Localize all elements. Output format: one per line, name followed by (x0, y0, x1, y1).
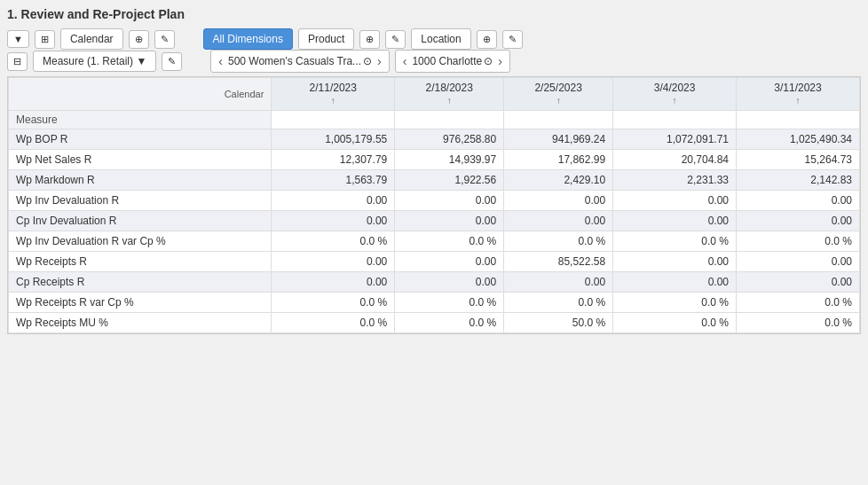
product-target-icon[interactable]: ⊙ (363, 55, 372, 67)
cell-r0-c2[interactable]: 941,969.24 (504, 129, 613, 150)
cell-r6-c2[interactable]: 85,522.58 (504, 252, 613, 272)
cell-r4-c1[interactable]: 0.00 (395, 211, 504, 231)
cell-r8-c0[interactable]: 0.0 % (272, 293, 395, 313)
all-dimensions-button[interactable]: All Dimensions (203, 28, 293, 50)
location-hierarchy-icon: ⊕ (483, 34, 491, 45)
measure-button[interactable]: Measure (1. Retail) ▼ (33, 51, 156, 72)
location-nav: ‹ 1000 Charlotte ⊙ › (395, 50, 510, 73)
table-row: Wp Markdown R1,563.791,922.562,429.102,2… (9, 170, 860, 191)
cell-r7-c3[interactable]: 0.00 (613, 272, 737, 293)
cell-r3-c1[interactable]: 0.00 (395, 191, 504, 211)
measure-edit-button[interactable]: ✎ (162, 52, 182, 71)
panel-button[interactable]: ⊟ (7, 52, 28, 71)
cell-r7-c1[interactable]: 0.00 (395, 272, 504, 293)
location-target-icon[interactable]: ⊙ (484, 55, 493, 67)
cell-r2-c1[interactable]: 1,922.56 (395, 170, 504, 191)
cell-r3-c0[interactable]: 0.00 (272, 191, 395, 211)
hierarchy-icon: ⊕ (135, 34, 143, 45)
row-label-8: Wp Receipts R var Cp % (9, 293, 272, 313)
product-nav-label: 500 Women's Casuals Tra... (228, 55, 361, 67)
measure-empty-2 (395, 111, 504, 129)
calendar-edit-icon[interactable]: ✎ (154, 30, 175, 49)
table-body: Measure Wp BOP R1,005,179.55976,258.8094… (9, 111, 860, 333)
cell-r2-c3[interactable]: 2,231.33 (613, 170, 737, 191)
header-row: Calendar 2/11/2023↑ 2/18/2023↑ 2/25/2023… (9, 78, 860, 111)
cell-r8-c4[interactable]: 0.0 % (737, 293, 860, 313)
cell-r0-c0[interactable]: 1,005,179.55 (272, 129, 395, 150)
cell-r3-c3[interactable]: 0.00 (613, 191, 737, 211)
cell-r8-c2[interactable]: 0.0 % (504, 293, 613, 313)
product-nav: ‹ 500 Women's Casuals Tra... ⊙ › (210, 50, 389, 73)
cell-r6-c1[interactable]: 0.00 (395, 252, 504, 272)
measure-empty-5 (737, 111, 860, 129)
cell-r9-c1[interactable]: 0.0 % (395, 313, 504, 333)
cell-r3-c2[interactable]: 0.00 (504, 191, 613, 211)
view-toggle-button[interactable]: ⊞ (35, 30, 55, 49)
cell-r9-c0[interactable]: 0.0 % (272, 313, 395, 333)
cell-r6-c3[interactable]: 0.00 (613, 252, 737, 272)
cell-r0-c3[interactable]: 1,072,091.71 (613, 129, 737, 150)
cell-r0-c1[interactable]: 976,258.80 (395, 129, 504, 150)
measure-edit-icon: ✎ (168, 56, 176, 67)
cell-r5-c4[interactable]: 0.0 % (737, 231, 860, 252)
location-button[interactable]: Location (411, 28, 470, 50)
product-hierarchy-button[interactable]: ⊕ (359, 30, 380, 49)
row-label-7: Cp Receipts R (9, 272, 272, 293)
product-next-button[interactable]: › (374, 52, 385, 70)
cell-r1-c3[interactable]: 20,704.84 (613, 150, 737, 170)
cell-r4-c2[interactable]: 0.00 (504, 211, 613, 231)
cell-r7-c0[interactable]: 0.00 (272, 272, 395, 293)
cell-r4-c0[interactable]: 0.00 (272, 211, 395, 231)
cell-r5-c2[interactable]: 0.0 % (504, 231, 613, 252)
cell-r0-c4[interactable]: 1,025,490.34 (737, 129, 860, 150)
cell-r1-c4[interactable]: 15,264.73 (737, 150, 860, 170)
cell-r8-c3[interactable]: 0.0 % (613, 293, 737, 313)
measure-empty-3 (504, 111, 613, 129)
location-hierarchy-button[interactable]: ⊕ (477, 30, 497, 49)
cell-r9-c4[interactable]: 0.0 % (737, 313, 860, 333)
toolbar-row1: ▼ ⊞ Calendar ⊕ ✎ All Dimensions Product … (7, 28, 861, 50)
location-label: Location (421, 33, 461, 45)
table-row: Wp BOP R1,005,179.55976,258.80941,969.24… (9, 129, 860, 150)
cell-r2-c4[interactable]: 2,142.83 (737, 170, 860, 191)
collapse-button[interactable]: ▼ (7, 30, 29, 48)
product-prev-button[interactable]: ‹ (215, 52, 226, 70)
cell-r4-c4[interactable]: 0.00 (737, 211, 860, 231)
cell-r1-c2[interactable]: 17,862.99 (504, 150, 613, 170)
cell-r1-c1[interactable]: 14,939.97 (395, 150, 504, 170)
cell-r6-c0[interactable]: 0.00 (272, 252, 395, 272)
cell-r9-c2[interactable]: 50.0 % (504, 313, 613, 333)
product-edit-button[interactable]: ✎ (385, 30, 406, 49)
panel-icon: ⊟ (13, 56, 21, 67)
cell-r5-c1[interactable]: 0.0 % (395, 231, 504, 252)
location-prev-button[interactable]: ‹ (399, 52, 411, 70)
data-table: Calendar 2/11/2023↑ 2/18/2023↑ 2/25/2023… (8, 77, 860, 333)
col-header-d1: 2/11/2023↑ (272, 78, 395, 111)
calendar-label: Calendar (70, 33, 114, 45)
cell-r7-c4[interactable]: 0.00 (737, 272, 860, 293)
measure-empty-1 (272, 111, 395, 129)
row-label-9: Wp Receipts MU % (9, 313, 272, 333)
page-title: 1. Review and Re-Project Plan (7, 7, 861, 21)
cell-r7-c2[interactable]: 0.00 (504, 272, 613, 293)
cell-r2-c0[interactable]: 1,563.79 (272, 170, 395, 191)
table-row: Wp Net Sales R12,307.7914,939.9717,862.9… (9, 150, 860, 170)
cell-r2-c2[interactable]: 2,429.10 (504, 170, 613, 191)
cell-r3-c4[interactable]: 0.00 (737, 191, 860, 211)
cell-r5-c0[interactable]: 0.0 % (272, 231, 395, 252)
location-edit-button[interactable]: ✎ (502, 30, 523, 49)
cell-r4-c3[interactable]: 0.00 (613, 211, 737, 231)
cell-r5-c3[interactable]: 0.0 % (613, 231, 737, 252)
product-button[interactable]: Product (298, 28, 354, 50)
location-nav-label: 1000 Charlotte (412, 55, 482, 67)
view-icon: ⊞ (41, 34, 49, 45)
calendar-button[interactable]: Calendar (60, 28, 123, 50)
cell-r8-c1[interactable]: 0.0 % (395, 293, 504, 313)
cell-r9-c3[interactable]: 0.0 % (613, 313, 737, 333)
location-next-button[interactable]: › (494, 52, 506, 70)
cell-r6-c4[interactable]: 0.00 (737, 252, 860, 272)
product-hierarchy-icon: ⊕ (366, 34, 374, 45)
cell-r1-c0[interactable]: 12,307.79 (272, 150, 395, 170)
row-label-4: Cp Inv Devaluation R (9, 211, 272, 231)
calendar-hierarchy-icon[interactable]: ⊕ (129, 30, 149, 49)
